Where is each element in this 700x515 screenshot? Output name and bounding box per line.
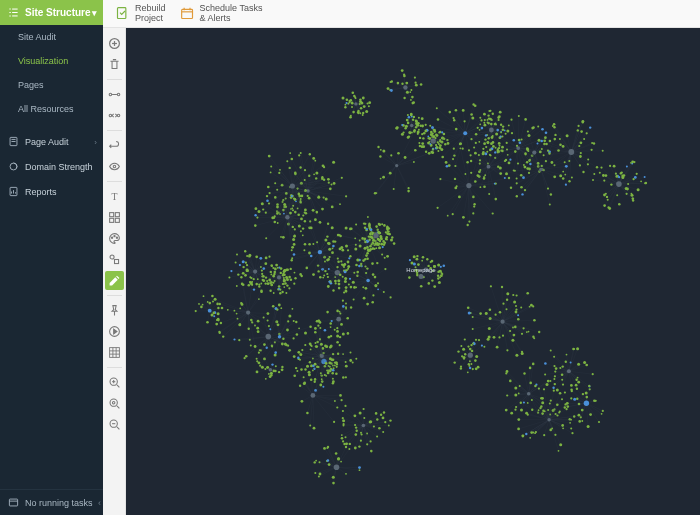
svg-point-1617 — [370, 248, 372, 250]
svg-point-1060 — [527, 148, 529, 150]
play-tool[interactable] — [105, 322, 124, 341]
svg-point-1005 — [347, 249, 349, 251]
zoom-fit-tool[interactable] — [105, 394, 124, 413]
sidebar-cat-page-audit[interactable]: Page Audit › — [0, 129, 103, 154]
svg-point-1921 — [353, 298, 355, 300]
svg-point-2361 — [308, 243, 311, 246]
svg-point-2042 — [363, 417, 365, 419]
svg-point-2051 — [358, 445, 360, 447]
text-tool[interactable]: T — [105, 187, 124, 206]
svg-point-2802 — [287, 320, 289, 322]
svg-point-2804 — [280, 307, 282, 309]
sidebar-cat-domain-strength[interactable]: Domain Strength — [0, 154, 103, 179]
svg-point-261 — [466, 161, 469, 164]
svg-point-1861 — [331, 320, 333, 322]
svg-point-2115 — [505, 159, 507, 161]
svg-point-1226 — [554, 383, 556, 385]
svg-point-1257 — [567, 369, 571, 373]
svg-point-2362 — [326, 235, 328, 237]
svg-point-2894 — [236, 313, 238, 315]
eye-tool[interactable] — [105, 157, 124, 176]
svg-point-2062 — [378, 427, 381, 430]
svg-point-914 — [527, 392, 531, 396]
tool-separator — [107, 181, 122, 182]
layout-tool[interactable] — [105, 208, 124, 227]
svg-point-2797 — [256, 358, 258, 360]
svg-point-2032 — [370, 450, 373, 453]
svg-point-1076 — [554, 138, 557, 141]
zoom-out-tool[interactable] — [105, 415, 124, 434]
svg-point-2806 — [293, 337, 295, 339]
svg-point-1017 — [341, 249, 344, 252]
svg-point-1909 — [366, 303, 369, 306]
svg-point-653 — [440, 274, 443, 277]
collapse-sidebar-icon[interactable]: ‹ — [98, 498, 101, 508]
svg-point-2562 — [200, 306, 203, 309]
svg-point-3261 — [499, 111, 502, 114]
svg-point-348 — [516, 294, 518, 296]
sidebar-item-visualization[interactable]: Visualization — [0, 49, 103, 73]
svg-point-3154 — [283, 269, 286, 272]
svg-point-1184 — [481, 345, 483, 347]
svg-point-2750 — [295, 367, 297, 369]
shape-tool[interactable] — [105, 250, 124, 269]
svg-point-1847 — [350, 306, 352, 308]
svg-point-791 — [337, 279, 340, 282]
svg-point-3135 — [273, 275, 275, 277]
svg-point-1595 — [377, 243, 379, 245]
svg-point-1463 — [487, 114, 489, 116]
svg-point-1645 — [281, 368, 284, 371]
svg-point-3147 — [284, 282, 286, 284]
sidebar-item-site-audit[interactable]: Site Audit — [0, 25, 103, 49]
svg-point-3038 — [415, 119, 418, 122]
svg-line-1895 — [368, 281, 391, 298]
expand-tool[interactable] — [105, 106, 124, 125]
sidebar-footer[interactable]: No running tasks ‹ — [0, 489, 103, 515]
delete-tool[interactable] — [105, 55, 124, 74]
svg-point-2298 — [309, 342, 312, 345]
svg-point-1609 — [378, 232, 381, 235]
svg-point-1158 — [467, 346, 469, 348]
svg-point-127 — [577, 129, 579, 131]
svg-point-451 — [640, 180, 642, 182]
svg-point-2549 — [212, 301, 214, 303]
pin-tool[interactable] — [105, 301, 124, 320]
sidebar-item-pages[interactable]: Pages — [0, 73, 103, 97]
sidebar-item-all-resources[interactable]: All Resources — [0, 97, 103, 121]
svg-line-2421 — [266, 217, 287, 238]
edit-tool[interactable] — [105, 271, 124, 290]
svg-point-1975 — [318, 476, 320, 478]
color-tool[interactable] — [105, 229, 124, 248]
svg-point-530 — [437, 150, 439, 152]
svg-point-175 — [244, 357, 246, 359]
svg-point-1333 — [331, 184, 333, 186]
svg-line-2855 — [248, 313, 268, 314]
svg-point-1813 — [401, 83, 403, 85]
svg-point-3155 — [286, 284, 288, 286]
svg-line-1262 — [308, 191, 323, 209]
undo-tool[interactable] — [105, 136, 124, 155]
sidebar-header-site-structure[interactable]: Site Structure ▾ — [0, 0, 103, 25]
schedule-tasks-button[interactable]: Schedule Tasks& Alerts — [174, 2, 269, 26]
svg-point-2359 — [345, 270, 347, 272]
collapse-tool[interactable] — [105, 85, 124, 104]
graph-svg[interactable]: Homepage — [126, 28, 700, 515]
svg-point-2945 — [602, 410, 604, 412]
svg-point-2642 — [262, 208, 264, 210]
svg-point-2726 — [304, 368, 306, 370]
svg-point-460 — [637, 188, 640, 191]
svg-point-3159 — [288, 276, 291, 279]
svg-point-633 — [416, 258, 419, 261]
svg-point-1027 — [354, 237, 356, 239]
svg-point-2938 — [570, 397, 572, 399]
visualization-canvas[interactable]: Homepage — [126, 28, 700, 515]
rebuild-project-button[interactable]: RebuildProject — [109, 2, 172, 26]
svg-point-840 — [540, 140, 543, 143]
svg-point-3111 — [270, 271, 272, 273]
svg-point-3278 — [492, 141, 495, 144]
add-tool[interactable] — [105, 34, 124, 53]
svg-point-733 — [495, 147, 497, 149]
grid-tool[interactable] — [105, 343, 124, 362]
sidebar-cat-reports[interactable]: Reports — [0, 179, 103, 204]
zoom-in-tool[interactable] — [105, 373, 124, 392]
